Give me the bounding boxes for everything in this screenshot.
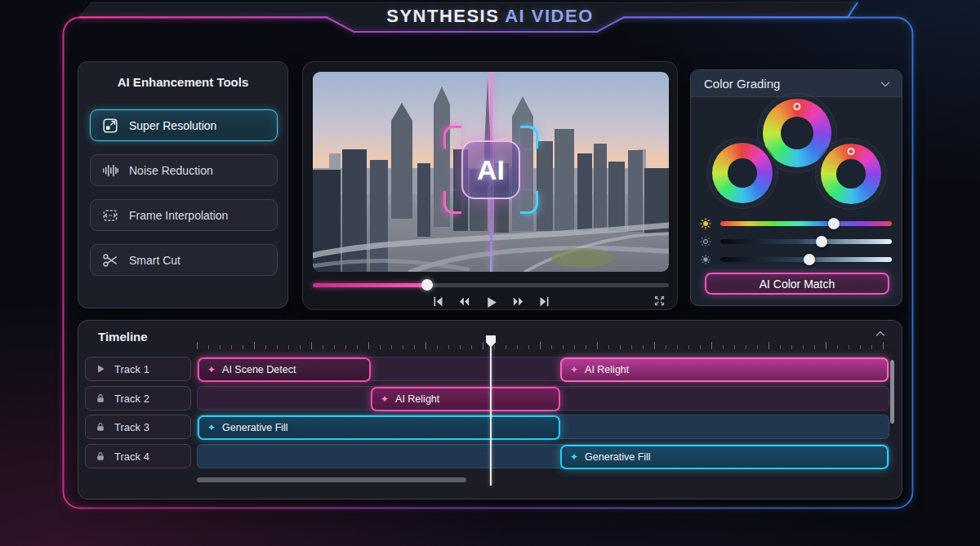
temperature-slider-row bbox=[699, 253, 895, 266]
video-frame[interactable]: AI bbox=[313, 72, 669, 272]
track-1-lane[interactable]: ✦ AI Scene Detect ✦ AI Relight bbox=[197, 357, 889, 381]
ruler-tick bbox=[277, 345, 278, 349]
playback-progress-bar[interactable] bbox=[313, 279, 669, 291]
skip-end-button[interactable] bbox=[538, 295, 550, 308]
fullscreen-icon[interactable] bbox=[653, 295, 666, 307]
ruler-tick bbox=[391, 345, 392, 349]
ruler-tick bbox=[883, 342, 884, 349]
ruler-tick bbox=[437, 345, 438, 349]
sparkle-icon: ✦ bbox=[207, 364, 216, 375]
app-title-primary: SYNTHESIS bbox=[386, 6, 499, 26]
brightness-slider-thumb[interactable] bbox=[816, 236, 827, 247]
ai-focus-lockup: AI bbox=[443, 126, 538, 214]
color-grading-title: Color Grading bbox=[704, 77, 780, 91]
clip-generative-fill[interactable]: ✦ Generative Fill bbox=[560, 445, 889, 469]
corner-bracket-icon bbox=[520, 126, 538, 149]
upscale-icon bbox=[101, 117, 119, 135]
brightness-slider[interactable] bbox=[720, 239, 892, 244]
ruler-tick bbox=[791, 345, 792, 349]
clip-label: AI Relight bbox=[585, 364, 629, 375]
ruler-tick bbox=[574, 345, 575, 349]
ruler-tick bbox=[345, 345, 346, 349]
sparkle-icon: ✦ bbox=[570, 364, 578, 375]
track-1-header[interactable]: Track 1 bbox=[85, 357, 191, 381]
temperature-slider[interactable] bbox=[720, 257, 892, 262]
ruler-tick bbox=[803, 345, 804, 349]
vertical-scrollbar[interactable] bbox=[890, 360, 894, 424]
play-button[interactable] bbox=[484, 295, 498, 308]
corner-bracket-icon bbox=[443, 126, 461, 149]
horizontal-scrollbar[interactable] bbox=[197, 477, 466, 482]
ruler-tick bbox=[494, 345, 495, 349]
ruler-tick bbox=[506, 345, 506, 349]
ruler-tick bbox=[197, 342, 198, 349]
temperature-slider-thumb[interactable] bbox=[804, 254, 815, 265]
track-label: Track 1 bbox=[114, 363, 149, 375]
ai-color-match-button[interactable]: AI Color Match bbox=[705, 273, 889, 295]
app-title-accent: AI VIDEO bbox=[505, 6, 594, 26]
brightness-slider-row bbox=[699, 235, 895, 248]
ruler-tick bbox=[380, 345, 381, 349]
ruler-tick bbox=[860, 345, 861, 349]
track-4-header[interactable]: Track 4 bbox=[85, 444, 191, 468]
track-2-lane[interactable]: ✦ AI Relight bbox=[197, 386, 889, 411]
super-resolution-button[interactable]: Super Resolution bbox=[90, 109, 278, 141]
skip-start-button[interactable] bbox=[432, 295, 444, 308]
tool-button-label: Frame Interpolation bbox=[129, 209, 228, 222]
ruler-tick bbox=[208, 345, 209, 349]
track-2-header[interactable]: Track 2 bbox=[85, 386, 191, 411]
chevron-up-icon[interactable] bbox=[874, 327, 887, 340]
sparkle-icon: ✦ bbox=[570, 451, 578, 463]
color-grading-header[interactable]: Color Grading bbox=[691, 70, 902, 97]
ruler-tick bbox=[597, 342, 598, 349]
ruler-tick bbox=[711, 342, 712, 349]
ruler-tick bbox=[563, 345, 564, 349]
tool-button-label: Super Resolution bbox=[129, 119, 216, 132]
tools-panel-title: AI Enhancement Tools bbox=[78, 75, 287, 89]
noise-reduction-button[interactable]: Noise Reduction bbox=[90, 154, 278, 186]
ruler-tick bbox=[357, 345, 358, 349]
progress-thumb[interactable] bbox=[421, 279, 433, 291]
transport-controls bbox=[303, 294, 679, 309]
clip-ai-relight[interactable]: ✦ AI Relight bbox=[371, 387, 560, 411]
ruler-tick bbox=[746, 345, 746, 349]
rewind-button[interactable] bbox=[458, 295, 470, 308]
ruler-tick bbox=[471, 345, 472, 349]
clip-ai-scene-detect[interactable]: ✦ AI Scene Detect bbox=[198, 357, 371, 382]
hue-slider[interactable] bbox=[720, 221, 892, 226]
midtones-color-wheel[interactable] bbox=[763, 99, 831, 167]
wheel-indicator[interactable] bbox=[848, 148, 855, 155]
highlights-color-wheel[interactable] bbox=[821, 144, 881, 204]
clip-generative-fill[interactable]: ✦ Generative Fill bbox=[198, 415, 560, 440]
ruler-tick bbox=[414, 345, 415, 349]
clip-label: Generative Fill bbox=[585, 451, 651, 463]
clip-label: Generative Fill bbox=[222, 422, 288, 433]
ruler-tick bbox=[460, 345, 461, 349]
ruler-tick bbox=[368, 342, 369, 349]
track-label: Track 4 bbox=[114, 451, 149, 463]
ruler-tick bbox=[643, 345, 644, 349]
chevron-down-icon[interactable] bbox=[879, 78, 892, 91]
smart-cut-button[interactable]: Smart Cut bbox=[90, 244, 278, 276]
frame-interpolation-button[interactable]: Frame Interpolation bbox=[90, 199, 278, 231]
frame-interpolation-icon bbox=[101, 206, 119, 224]
clip-ai-relight[interactable]: ✦ AI Relight bbox=[560, 357, 889, 382]
hue-slider-thumb[interactable] bbox=[828, 218, 840, 229]
shadows-color-wheel[interactable] bbox=[712, 143, 773, 203]
ruler-tick bbox=[265, 345, 266, 349]
track-label: Track 3 bbox=[114, 421, 149, 433]
fast-forward-button[interactable] bbox=[512, 295, 524, 308]
ruler-tick bbox=[666, 345, 666, 349]
wheel-indicator[interactable] bbox=[794, 103, 801, 110]
track-4-lane[interactable]: ✦ Generative Fill bbox=[197, 444, 889, 468]
app-root: SYNTHESIS AI VIDEO AI Enhancement Tools … bbox=[0, 0, 980, 546]
clip-label: AI Scene Detect bbox=[222, 364, 296, 375]
ruler-tick bbox=[837, 345, 838, 349]
ruler-tick bbox=[586, 345, 586, 349]
timeline-ruler[interactable] bbox=[197, 340, 889, 349]
ruler-tick bbox=[551, 345, 552, 349]
timeline-title: Timeline bbox=[98, 330, 148, 344]
track-3-lane[interactable]: ✦ Generative Fill bbox=[197, 415, 889, 439]
track-3-header[interactable]: Track 3 bbox=[85, 415, 191, 439]
sparkle-icon: ✦ bbox=[381, 393, 389, 405]
